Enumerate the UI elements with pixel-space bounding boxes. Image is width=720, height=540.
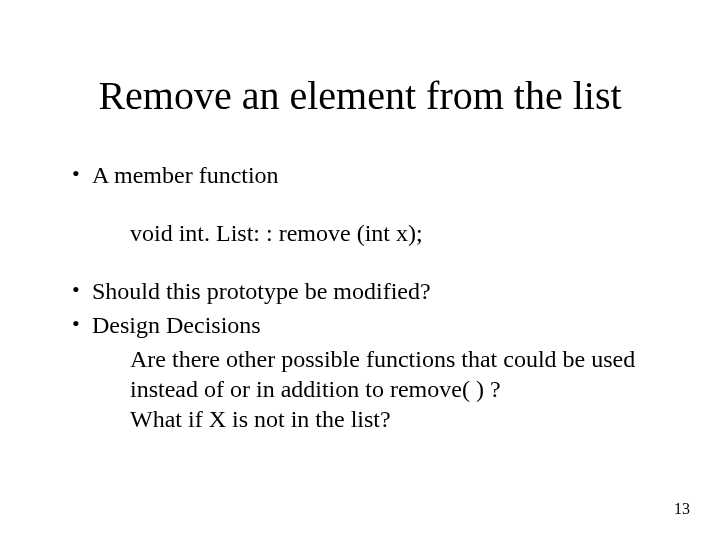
- slide-title: Remove an element from the list: [0, 72, 720, 119]
- slide-body: • A member function void int. List: : re…: [72, 160, 660, 434]
- bullet-dot-icon: •: [72, 310, 92, 338]
- bullet-group: • Should this prototype be modified? • D…: [72, 276, 660, 434]
- bullet-item: • Design Decisions: [72, 310, 660, 340]
- sub-text: What if X is not in the list?: [130, 404, 660, 434]
- bullet-item: • A member function: [72, 160, 660, 190]
- bullet-text: Design Decisions: [92, 310, 660, 340]
- slide: Remove an element from the list • A memb…: [0, 0, 720, 540]
- bullet-dot-icon: •: [72, 160, 92, 188]
- bullet-text: Should this prototype be modified?: [92, 276, 660, 306]
- bullet-dot-icon: •: [72, 276, 92, 304]
- page-number: 13: [674, 500, 690, 518]
- bullet-text: A member function: [92, 160, 660, 190]
- code-prototype: void int. List: : remove (int x);: [130, 218, 660, 248]
- sub-text: Are there other possible functions that …: [130, 344, 660, 404]
- bullet-item: • Should this prototype be modified?: [72, 276, 660, 306]
